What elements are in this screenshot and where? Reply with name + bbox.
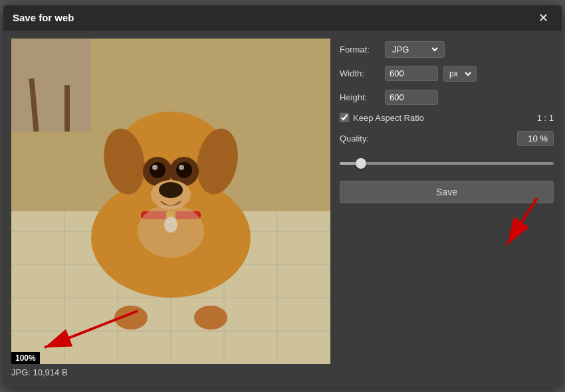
height-row: Height: — [340, 90, 554, 105]
svg-point-27 — [194, 306, 227, 330]
format-select-wrapper[interactable]: JPG PNG GIF WEBP — [385, 41, 445, 58]
svg-point-25 — [159, 182, 183, 198]
svg-rect-11 — [11, 39, 91, 132]
quality-row: Quality: 10 % — [340, 131, 554, 146]
controls-panel: Format: JPG PNG GIF WEBP Width: px — [340, 39, 554, 379]
svg-point-31 — [138, 205, 204, 258]
format-select[interactable]: JPG PNG GIF WEBP — [390, 44, 440, 55]
svg-rect-13 — [64, 85, 70, 132]
svg-point-21 — [176, 162, 192, 178]
slider-row — [340, 154, 554, 173]
width-row: Width: px % cm mm — [340, 66, 554, 82]
keep-aspect-checkbox[interactable] — [340, 113, 349, 122]
image-preview: 100% — [11, 39, 330, 364]
save-for-web-dialog: Save for web ✕ — [3, 5, 562, 387]
keep-aspect-group: Keep Aspect Ratio — [340, 113, 424, 123]
zoom-badge: 100% — [11, 352, 40, 364]
aspect-ratio-value: 1 : 1 — [537, 113, 554, 123]
svg-point-22 — [152, 165, 158, 170]
keep-aspect-label: Keep Aspect Ratio — [353, 113, 424, 123]
dialog-title: Save for web — [13, 12, 74, 23]
width-label: Width: — [340, 68, 380, 78]
unit-select[interactable]: px % cm mm — [447, 68, 473, 79]
unit-select-wrapper[interactable]: px % cm mm — [443, 66, 477, 82]
height-label: Height: — [340, 92, 380, 102]
width-input[interactable] — [385, 66, 438, 81]
image-panel: 100% JPG: 10,914 B — [11, 39, 330, 379]
quality-label: Quality: — [340, 134, 369, 144]
height-input[interactable] — [385, 90, 438, 105]
svg-point-20 — [150, 162, 166, 178]
format-label: Format: — [340, 45, 380, 54]
file-info: JPG: 10,914 B — [11, 367, 330, 377]
aspect-ratio-row: Keep Aspect Ratio 1 : 1 — [340, 113, 554, 123]
quality-value: 10 % — [517, 131, 554, 146]
svg-line-35 — [507, 198, 537, 245]
svg-point-26 — [114, 306, 148, 330]
format-row: Format: JPG PNG GIF WEBP — [340, 41, 554, 58]
close-button[interactable]: ✕ — [534, 11, 552, 25]
dialog-body: 100% JPG: 10,914 B Format: — [3, 31, 562, 387]
title-bar: Save for web ✕ — [3, 5, 562, 31]
save-button[interactable]: Save — [340, 181, 554, 203]
svg-point-23 — [179, 165, 184, 170]
